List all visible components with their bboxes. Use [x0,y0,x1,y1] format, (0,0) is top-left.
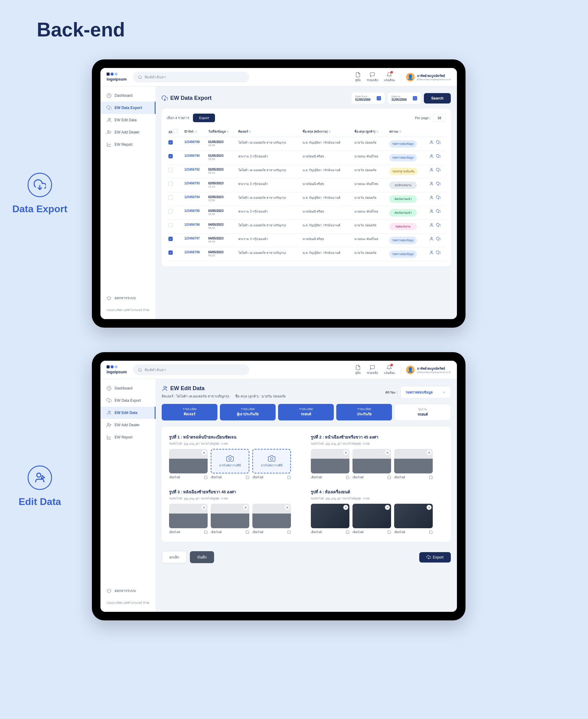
cancel-button[interactable]: ยกเลิก [162,551,187,564]
photo-thumb[interactable]: ✕ [169,449,208,473]
help-icon[interactable]: ช่วยเหลือ [367,365,378,375]
id-link[interactable]: 123456798 [184,251,200,254]
edit-icon[interactable] [429,251,434,255]
nav-edit[interactable]: EW Edit Data [101,114,155,126]
id-link[interactable]: 123456795 [184,209,200,212]
close-icon[interactable]: ✕ [385,450,390,455]
close-icon[interactable]: ✕ [385,505,390,510]
id-link[interactable]: 123456796 [184,223,200,226]
save-icon[interactable] [204,475,208,479]
save-icon[interactable] [246,475,249,479]
close-icon[interactable]: ✕ [343,505,348,510]
nav-edit[interactable]: EW Edit Data [101,407,155,419]
row-checkbox[interactable] [168,223,173,227]
download-icon[interactable] [436,168,440,172]
edit-icon[interactable] [429,140,434,145]
photo-thumb[interactable]: ✕ [311,504,350,528]
nav-export[interactable]: EW Data Export [101,102,155,114]
photo-thumb[interactable]: ✕ [394,449,433,473]
tab[interactable]: รายละเอียดผู้เอาประกันภัย [220,404,276,420]
nav-export[interactable]: EW Data Export [101,395,155,407]
export-button[interactable]: Export [419,552,451,563]
download-icon[interactable] [436,182,440,186]
upload-dropzone[interactable]: ลากไฟล์มาวางที่นี่ [211,449,249,473]
nav-report[interactable]: EW Report [101,139,155,151]
search-input[interactable]: พิมพ์คำค้นหา [133,364,249,375]
save-icon[interactable] [429,475,433,479]
save-icon[interactable] [346,530,350,534]
row-checkbox[interactable] [168,140,173,145]
help-icon[interactable]: ช่วยเหลือ [367,72,378,82]
edit-icon[interactable] [429,168,434,172]
save-icon[interactable] [287,530,291,534]
row-checkbox[interactable] [168,154,173,158]
photo-thumb[interactable]: ✕ [211,504,249,528]
download-icon[interactable] [436,251,440,255]
id-link[interactable]: 123456793 [184,182,200,185]
user-menu[interactable]: 👤 อาทิตย์ สมบูรณ์ทรัพย์athitsom@companyn… [401,366,451,374]
nav-logout[interactable]: ออกจากระบบ [101,291,155,304]
search-button[interactable]: Search [424,93,451,104]
download-icon[interactable] [436,223,440,227]
close-icon[interactable]: ✕ [285,505,290,510]
row-checkbox[interactable] [168,195,173,200]
date-from-input[interactable]: Date from :01/05/2566 [352,92,385,104]
search-input[interactable]: พิมพ์คำค้นหา [133,72,249,82]
tab[interactable]: รายละเอียดรถยนต์ [278,404,334,420]
notify-icon[interactable]: แจ้งเตือน [384,365,395,375]
id-link[interactable]: 123456794 [184,195,200,199]
edit-icon[interactable] [429,182,434,186]
photo-thumb[interactable]: ✕ [394,504,433,528]
user-menu[interactable]: 👤 อาทิตย์ สมบูรณ์ทรัพย์athitsom@companyn… [401,73,451,82]
photo-thumb[interactable]: ✕ [353,504,391,528]
download-icon[interactable] [436,237,440,241]
save-icon[interactable] [429,530,433,534]
tab[interactable]: รูปภาพรถยนต์ [395,404,451,420]
save-icon[interactable] [246,530,249,534]
download-icon[interactable] [436,209,440,213]
nav-dashboard[interactable]: Dashboard [101,89,155,102]
photo-thumb[interactable]: ✕ [353,449,391,473]
edit-icon[interactable] [429,195,434,200]
nav-dashboard[interactable]: Dashboard [101,382,155,395]
close-icon[interactable]: ✕ [202,505,206,510]
export-button[interactable]: Export [193,113,215,122]
save-icon[interactable] [387,475,391,479]
close-icon[interactable]: ✕ [427,505,432,510]
row-checkbox[interactable] [168,182,173,186]
upload-dropzone[interactable]: ลากไฟล์มาวางที่นี่ [252,449,291,473]
edit-icon[interactable] [429,223,434,227]
close-icon[interactable]: ✕ [427,450,432,455]
download-icon[interactable] [436,140,440,145]
save-icon[interactable] [346,475,350,479]
close-icon[interactable]: ✕ [202,450,206,455]
date-to-input[interactable]: Date to :31/05/2566 [388,92,421,104]
id-link[interactable]: 123456790 [184,154,200,157]
download-icon[interactable] [436,195,440,200]
row-checkbox[interactable] [168,237,173,241]
row-checkbox[interactable] [168,209,173,213]
guide-icon[interactable]: คู่มือ [355,72,361,82]
tab[interactable]: รายละเอียดดีลเลอร์ [162,404,217,420]
close-icon[interactable]: ✕ [243,505,248,510]
row-checkbox[interactable] [168,168,173,172]
edit-icon[interactable] [429,237,434,241]
save-button[interactable]: บันทึก [190,551,214,563]
nav-report[interactable]: EW Report [101,431,155,443]
nav-dealer[interactable]: EW Add Dealer [101,419,155,431]
status-dropdown[interactable]: รอตรวจสอบข้อมูล [401,386,451,398]
save-icon[interactable] [204,530,208,534]
close-icon[interactable]: ✕ [343,450,348,455]
photo-thumb[interactable]: ✕ [169,504,208,528]
nav-dealer[interactable]: EW Add Dealer [101,126,155,139]
nav-logout[interactable]: ออกจากระบบ [101,584,155,597]
photo-thumb[interactable]: ✕ [252,504,291,528]
photo-thumb[interactable]: ✕ [311,449,350,473]
id-link[interactable]: 123456797 [184,237,200,240]
save-icon[interactable] [287,475,291,479]
checkbox-all[interactable] [173,129,177,133]
row-checkbox[interactable] [168,251,173,255]
notify-icon[interactable]: แจ้งเตือน [384,72,395,82]
id-link[interactable]: 123456792 [184,168,200,171]
edit-icon[interactable] [429,154,434,158]
